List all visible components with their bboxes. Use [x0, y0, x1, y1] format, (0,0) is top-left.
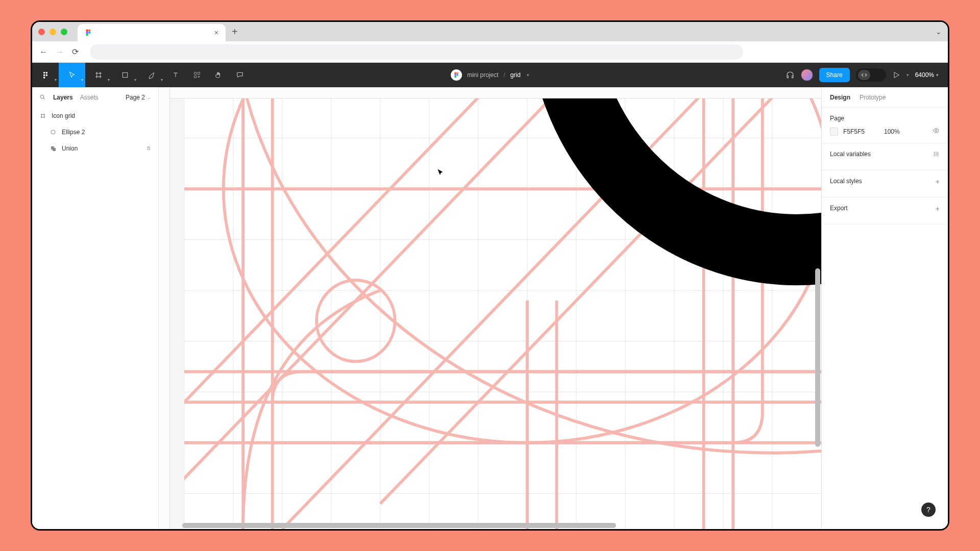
project-name[interactable]: mini project [467, 71, 498, 79]
tab-layers[interactable]: Layers [53, 94, 73, 101]
main-menu-button[interactable]: ▾ [32, 63, 59, 87]
shape-tool[interactable]: ▾ [112, 63, 138, 87]
visibility-icon[interactable] [933, 127, 940, 136]
canvas[interactable] [170, 98, 821, 529]
tab-prototype[interactable]: Prototype [860, 94, 886, 101]
color-hex[interactable]: F5F5F5 [843, 128, 879, 135]
resources-icon [193, 71, 201, 79]
maximize-window-icon[interactable] [61, 29, 67, 35]
canvas-cursor-icon [435, 167, 447, 179]
left-panel: Layers Assets Page 2 ⌄ Icon grid Ellipse… [32, 87, 159, 529]
right-panel: Design Prototype Page F5F5F5 100% Local … [821, 87, 948, 529]
text-tool[interactable] [165, 63, 186, 87]
text-icon [172, 71, 180, 79]
local-styles-label: Local styles [830, 178, 940, 185]
headphones-icon[interactable] [786, 70, 795, 80]
frame-icon [39, 113, 46, 119]
settings-icon[interactable] [933, 151, 940, 159]
pen-tool[interactable]: ▾ [138, 63, 165, 87]
tab-assets[interactable]: Assets [80, 94, 99, 101]
browser-tabbar: × + ⌄ [32, 22, 948, 41]
svg-point-65 [935, 130, 937, 132]
hand-icon [214, 71, 223, 79]
layer-icon-grid[interactable]: Icon grid [32, 108, 158, 124]
layer-label: Union [62, 145, 78, 152]
local-styles-section[interactable]: + Local styles [822, 170, 948, 197]
minimize-window-icon[interactable] [50, 29, 56, 35]
page-section: Page F5F5F5 100% [822, 108, 948, 143]
tabs-chevron-icon[interactable]: ⌄ [936, 28, 942, 36]
browser-urlbar: ← → ⟳ [32, 41, 948, 63]
svg-point-20 [51, 130, 55, 134]
share-button[interactable]: Share [819, 68, 850, 82]
dev-mode-toggle[interactable] [856, 68, 886, 82]
move-tool[interactable]: ▾ [59, 63, 85, 87]
svg-rect-10 [122, 72, 127, 77]
export-label: Export [830, 205, 940, 212]
present-icon[interactable] [892, 71, 900, 79]
figma-badge-icon [451, 69, 462, 81]
browser-tab[interactable]: × [78, 24, 226, 41]
close-tab-icon[interactable]: × [214, 29, 218, 37]
svg-rect-8 [46, 74, 47, 76]
svg-point-68 [937, 154, 938, 155]
svg-point-18 [454, 76, 456, 78]
vertical-scrollbar[interactable] [815, 268, 820, 447]
figma-toolbar: ▾ ▾ ▾ ▾ ▾ [32, 63, 948, 87]
browser-window: × + ⌄ ← → ⟳ ▾ ▾ ▾ ▾ ▾ [31, 20, 949, 531]
icon-grid-guides [184, 98, 821, 529]
avatar[interactable] [801, 69, 813, 81]
svg-point-66 [934, 155, 935, 156]
pixel-grid [184, 98, 821, 529]
frame-tool[interactable]: ▾ [85, 63, 112, 87]
svg-point-19 [40, 95, 44, 98]
ellipse-shape [561, 98, 821, 250]
search-icon[interactable] [39, 94, 46, 101]
help-button[interactable]: ? [921, 503, 936, 517]
lock-icon[interactable] [146, 145, 151, 152]
add-icon[interactable]: + [936, 205, 940, 213]
frame-icon [94, 71, 103, 79]
export-section[interactable]: + Export [822, 197, 948, 224]
address-bar[interactable] [90, 44, 743, 60]
file-name[interactable]: grid [510, 71, 521, 79]
union-icon [50, 145, 57, 152]
figma-icon [85, 29, 92, 36]
left-panel-header: Layers Assets Page 2 ⌄ [32, 87, 158, 108]
svg-point-1 [88, 30, 91, 32]
ellipse-icon [50, 129, 57, 135]
file-chevron-icon[interactable]: ▾ [527, 72, 529, 78]
svg-point-16 [454, 74, 456, 76]
page-selector[interactable]: Page 2 ⌄ [126, 94, 151, 101]
svg-point-15 [456, 72, 458, 74]
color-opacity[interactable]: 100% [884, 128, 900, 135]
cursor-icon [68, 71, 76, 79]
close-window-icon[interactable] [38, 29, 45, 35]
comment-icon [236, 71, 244, 79]
hand-tool[interactable] [208, 63, 229, 87]
reload-icon[interactable]: ⟳ [72, 47, 79, 57]
svg-rect-7 [43, 74, 45, 76]
page-label: Page [830, 115, 940, 122]
local-variables-section[interactable]: Local variables [822, 143, 948, 170]
tab-design[interactable]: Design [830, 94, 850, 101]
svg-point-67 [936, 153, 937, 154]
comment-tool[interactable] [229, 63, 251, 87]
zoom-chevron-icon: ▾ [936, 72, 939, 78]
resources-tool[interactable] [186, 63, 208, 87]
zoom-control[interactable]: 6400% ▾ [915, 71, 939, 79]
color-swatch[interactable] [830, 128, 838, 136]
add-icon[interactable]: + [936, 178, 940, 186]
local-variables-label: Local variables [830, 151, 940, 158]
back-icon[interactable]: ← [39, 47, 47, 57]
help-icon: ? [926, 506, 930, 514]
layer-ellipse-2[interactable]: Ellipse 2 [32, 124, 158, 140]
figma-menu-icon [41, 71, 50, 79]
page-color-row[interactable]: F5F5F5 100% [830, 127, 940, 136]
canvas-svg [184, 98, 821, 529]
forward-icon[interactable]: → [56, 47, 64, 57]
dev-mode-icon [858, 70, 870, 80]
layer-union[interactable]: Union [32, 140, 158, 157]
horizontal-scrollbar[interactable] [182, 523, 817, 528]
new-tab-button[interactable]: + [232, 26, 238, 38]
